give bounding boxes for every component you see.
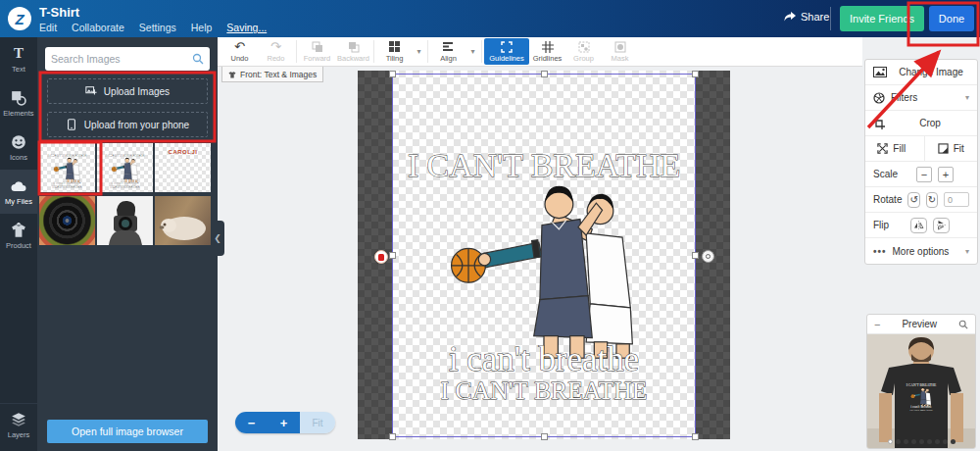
open-image-browser-button[interactable]: Open full image browser bbox=[47, 420, 208, 443]
scale-increase-button[interactable]: + bbox=[938, 167, 954, 182]
group-button[interactable]: Group bbox=[565, 37, 602, 66]
menu-help[interactable]: Help bbox=[191, 22, 213, 33]
image-icon bbox=[873, 67, 887, 77]
zoom-fit-button[interactable]: Fit bbox=[300, 412, 335, 433]
tiling-button[interactable]: Tiling bbox=[376, 37, 413, 66]
resize-handle-mid-right[interactable] bbox=[692, 252, 699, 259]
menu-edit[interactable]: Edit bbox=[39, 22, 57, 33]
flip-vertical-icon bbox=[937, 220, 946, 230]
preview-carousel-dots[interactable] bbox=[867, 439, 975, 444]
fit-button[interactable]: Fit bbox=[924, 136, 978, 161]
thumbnail-basketball-design-selected[interactable] bbox=[39, 143, 95, 192]
backward-button[interactable]: Backward bbox=[335, 37, 371, 66]
panel-collapse-toggle[interactable]: ❮ bbox=[211, 221, 224, 256]
search-icon[interactable] bbox=[192, 53, 204, 65]
toolbar-separator bbox=[481, 40, 482, 63]
mask-button[interactable]: Mask bbox=[602, 37, 638, 66]
design-artwork[interactable] bbox=[393, 75, 695, 436]
elements-icon bbox=[11, 90, 26, 106]
front-side-tab[interactable]: Front: Text & Images bbox=[221, 67, 323, 82]
image-search-field[interactable] bbox=[45, 47, 210, 71]
redo-icon: ↷ bbox=[270, 40, 281, 53]
sidebar-item-layers[interactable]: Layers bbox=[0, 403, 37, 447]
left-icon-rail: T Text Elements Icons My Files Product L… bbox=[0, 37, 37, 451]
thumbnail-polar-bear[interactable] bbox=[155, 196, 211, 245]
undo-icon: ↶ bbox=[234, 40, 245, 53]
resize-handle-top-center[interactable] bbox=[541, 71, 548, 77]
search-input[interactable] bbox=[51, 53, 192, 65]
align-button[interactable]: Align bbox=[430, 37, 466, 66]
resize-handle-top-right[interactable] bbox=[692, 71, 699, 77]
rotate-ccw-button[interactable]: ↺ bbox=[907, 192, 919, 208]
upload-from-phone-button[interactable]: Upload from your phone bbox=[47, 112, 208, 137]
toolbar-separator bbox=[373, 40, 374, 63]
change-image-button[interactable]: Change Image bbox=[865, 60, 977, 85]
selection-box[interactable] bbox=[392, 74, 696, 437]
fill-button[interactable]: Fill bbox=[865, 136, 918, 161]
align-chevron-icon[interactable]: ▾ bbox=[466, 37, 479, 66]
filters-icon bbox=[873, 92, 885, 104]
menu-settings[interactable]: Settings bbox=[139, 22, 176, 33]
crop-button[interactable]: Crop bbox=[865, 111, 977, 136]
preview-panel: − Preview bbox=[866, 314, 976, 449]
tshirt-small-icon bbox=[228, 71, 236, 78]
filters-chevron-icon: ▾ bbox=[965, 93, 969, 102]
rotate-handle-icon[interactable] bbox=[702, 250, 714, 263]
resize-handle-bottom-left[interactable] bbox=[389, 433, 396, 440]
sidebar-item-text[interactable]: T Text bbox=[0, 37, 37, 81]
forward-button[interactable]: Forward bbox=[299, 37, 335, 66]
rotate-angle-input[interactable] bbox=[944, 192, 969, 207]
flip-horizontal-icon bbox=[913, 221, 924, 229]
resize-handle-mid-left[interactable] bbox=[389, 252, 396, 259]
redo-button[interactable]: ↷ Redo bbox=[258, 37, 294, 66]
resize-handle-top-left[interactable] bbox=[389, 71, 396, 77]
product-title: T-Shirt bbox=[39, 5, 79, 20]
flip-horizontal-button[interactable] bbox=[910, 218, 927, 233]
preview-header: − Preview bbox=[867, 315, 975, 334]
undo-button[interactable]: ↶ Undo bbox=[221, 37, 258, 66]
text-icon: T bbox=[11, 46, 26, 62]
align-icon bbox=[443, 40, 454, 53]
group-icon bbox=[578, 40, 590, 53]
rotate-cw-button[interactable]: ↻ bbox=[926, 192, 938, 208]
thumbnail-basketball-design[interactable] bbox=[97, 143, 153, 192]
saving-status: Saving... bbox=[226, 22, 267, 33]
share-button[interactable]: Share bbox=[784, 11, 829, 23]
guidelines-icon bbox=[501, 40, 513, 53]
topbar-divider bbox=[830, 7, 831, 30]
zazzle-logo-icon[interactable]: Z bbox=[8, 7, 31, 30]
resize-handle-bottom-center[interactable] bbox=[541, 433, 548, 440]
gridlines-button[interactable]: Gridlines bbox=[529, 37, 565, 66]
preview-zoom-icon[interactable] bbox=[958, 320, 968, 329]
sidebar-item-icons[interactable]: Icons bbox=[0, 125, 37, 170]
sidebar-item-my-files[interactable]: My Files bbox=[0, 170, 37, 214]
sidebar-item-product[interactable]: Product bbox=[0, 214, 37, 258]
zoom-out-button[interactable]: − bbox=[248, 416, 256, 430]
thumbnail-camera-lens[interactable] bbox=[39, 196, 95, 245]
guidelines-button[interactable]: Guidelines bbox=[484, 38, 529, 65]
thumbnail-photographer[interactable] bbox=[97, 196, 153, 245]
sidebar-item-elements[interactable]: Elements bbox=[0, 81, 37, 125]
zoom-buttons: − + bbox=[235, 412, 300, 433]
top-menu: Edit Collaborate Settings Help Saving... bbox=[39, 22, 267, 33]
tiling-icon bbox=[389, 40, 400, 53]
scale-decrease-button[interactable]: − bbox=[916, 167, 932, 182]
filters-row[interactable]: Filters ▾ bbox=[865, 85, 977, 111]
invite-friends-button[interactable]: Invite Friends bbox=[840, 6, 924, 31]
fill-icon bbox=[877, 143, 888, 154]
preview-image[interactable] bbox=[867, 334, 975, 448]
flip-vertical-button[interactable] bbox=[933, 218, 950, 233]
design-region bbox=[358, 71, 730, 439]
done-button[interactable]: Done bbox=[929, 6, 974, 31]
editor-toolbar: ↶ Undo ↷ Redo Forward Backward Tiling ▾ … bbox=[218, 37, 862, 67]
zoom-in-button[interactable]: + bbox=[280, 416, 288, 430]
thumbnail-text-image[interactable]: CAROLJI bbox=[155, 143, 211, 192]
resize-handle-bottom-right[interactable] bbox=[692, 433, 699, 440]
lock-pin-icon[interactable] bbox=[374, 250, 388, 264]
tiling-chevron-icon[interactable]: ▾ bbox=[413, 37, 425, 66]
more-options-row[interactable]: ••• More options ▾ bbox=[865, 238, 977, 264]
upload-images-button[interactable]: Upload Images bbox=[47, 78, 208, 104]
bring-forward-icon bbox=[312, 40, 323, 53]
scale-row: Scale − + bbox=[865, 162, 977, 187]
menu-collaborate[interactable]: Collaborate bbox=[72, 22, 124, 33]
